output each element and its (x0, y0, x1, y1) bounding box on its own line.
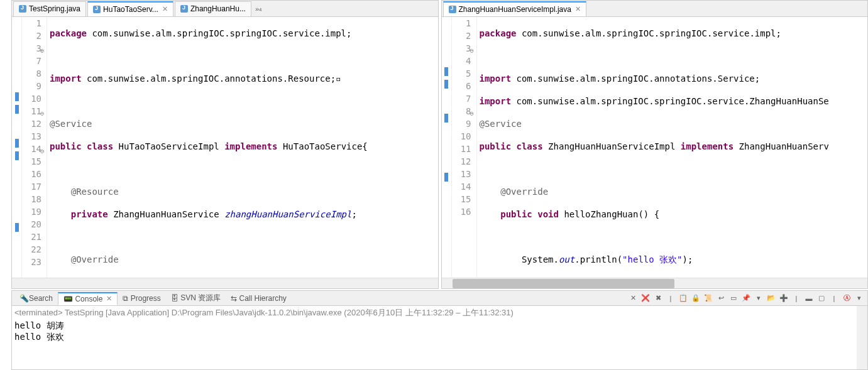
marker-bar (442, 17, 452, 278)
close-icon[interactable]: ✕ (575, 5, 581, 13)
marker-icon (444, 114, 448, 122)
tab-zhanghuanhu[interactable]: ZhangHuanHu... (175, 1, 251, 16)
left-tabs-bar: TestSpring.java HuTaoTaoServ... ✕ ZhangH… (12, 1, 438, 17)
new-console-icon[interactable]: ➕ (778, 293, 789, 304)
hierarchy-icon: ⇆ (231, 294, 237, 303)
console-status: <terminated> TestSpring [Java Applicatio… (12, 306, 857, 320)
display-selected-icon[interactable]: ▾ (753, 293, 764, 304)
marker-icon (15, 223, 19, 232)
svn-icon: 🗄 (171, 294, 179, 303)
line-number-gutter: 1 2 3⊕ 7 8 9 10 11⊖ 12 13 14⊖ 15 16 17 1… (22, 17, 47, 278)
marker-icon (15, 139, 19, 148)
fold-icon[interactable]: ⊖ (468, 107, 474, 114)
console-line: hello 胡涛 (14, 320, 854, 331)
tab-label: HuTaoTaoServ... (103, 5, 158, 14)
clear-icon[interactable]: ✕ (627, 293, 639, 304)
tab-label: TestSpring.java (29, 4, 80, 13)
progress-icon: ⧉ (123, 294, 128, 303)
more-tabs-indicator[interactable]: »4 (253, 5, 265, 13)
annotation-icon[interactable]: Ⓐ (841, 293, 852, 304)
tab-svn[interactable]: 🗄 SVN 资源库 (166, 291, 226, 305)
open-console-icon[interactable]: 📂 (766, 293, 777, 304)
tab-console[interactable]: 📟 Console ✕ (58, 292, 118, 305)
java-file-icon (449, 6, 456, 13)
tab-label: ZhangHuanHuanServiceImpl.java (459, 5, 571, 14)
tab-call-hierarchy[interactable]: ⇆ Call Hierarchy (226, 293, 292, 304)
horizontal-scrollbar[interactable] (442, 278, 868, 288)
right-editor-pane: ZhangHuanHuanServiceImpl.java ✕ 1 2 (441, 0, 869, 289)
lock-icon[interactable]: 🔒 (690, 293, 701, 304)
console-line: hello 张欢 (14, 331, 854, 342)
options-icon[interactable]: ▾ (854, 293, 865, 304)
tab-progress[interactable]: ⧉ Progress (118, 293, 165, 304)
close-icon[interactable]: ✕ (106, 295, 112, 303)
tab-testspring[interactable]: TestSpring.java (13, 1, 86, 16)
bottom-tabs-bar: 🔦 Search 📟 Console ✕ ⧉ Progress 🗄 SVN 资源… (12, 291, 867, 306)
code-content[interactable]: package com.sunwise.alm.springIOC.spring… (477, 17, 868, 278)
show-console-icon[interactable]: ▭ (728, 293, 739, 304)
marker-icon (15, 92, 19, 101)
fold-icon[interactable]: ⊖ (38, 107, 44, 114)
marker-icon (15, 151, 19, 160)
word-wrap-icon[interactable]: ↩ (715, 293, 727, 304)
remove-all-icon[interactable]: ❌ (640, 293, 651, 304)
java-file-icon (93, 6, 101, 13)
code-content[interactable]: package com.sunwise.alm.springIOC.spring… (47, 17, 438, 278)
right-code-area[interactable]: 1 2 3⊖ 4 5 6 7 8⊖ 9 10 11 12 13 14 15 16 (442, 17, 868, 278)
marker-icon (444, 67, 448, 76)
fold-icon[interactable]: ⊕ (38, 45, 44, 51)
marker-bar (12, 17, 22, 278)
vertical-scrollbar[interactable] (857, 306, 867, 369)
console-icon: 📟 (63, 295, 73, 303)
marker-icon (444, 80, 448, 89)
line-number-gutter: 1 2 3⊖ 4 5 6 7 8⊖ 9 10 11 12 13 14 15 16 (452, 17, 477, 278)
maximize-icon[interactable]: ▢ (816, 293, 827, 304)
fold-icon[interactable]: ⊖ (38, 145, 44, 151)
java-file-icon (180, 5, 188, 13)
console-output[interactable]: hello 胡涛 hello 张欢 (12, 320, 857, 369)
sep-icon: | (665, 293, 676, 304)
copy-icon[interactable]: 📋 (678, 293, 689, 304)
tab-zhanghuanhuanserviceimpl[interactable]: ZhangHuanHuanServiceImpl.java ✕ (443, 1, 586, 16)
sep-icon: | (791, 293, 802, 304)
minimize-icon[interactable]: ▬ (803, 293, 815, 304)
scroll-lock-icon[interactable]: 📜 (703, 293, 714, 304)
tab-hutaotaoservice[interactable]: HuTaoTaoServ... ✕ (87, 1, 173, 16)
fold-icon[interactable]: ⊖ (468, 45, 474, 51)
horizontal-scrollbar[interactable] (12, 278, 438, 288)
bottom-panel: 🔦 Search 📟 Console ✕ ⧉ Progress 🗄 SVN 资源… (11, 290, 868, 370)
sep-icon: | (828, 293, 840, 304)
editors-row: TestSpring.java HuTaoTaoServ... ✕ ZhangH… (0, 0, 868, 289)
tab-search[interactable]: 🔦 Search (14, 293, 58, 304)
marker-icon (444, 173, 448, 182)
left-code-area[interactable]: 1 2 3⊕ 7 8 9 10 11⊖ 12 13 14⊖ 15 16 17 1… (12, 17, 438, 278)
remove-launch-icon[interactable]: ✖ (652, 293, 664, 304)
close-icon[interactable]: ✕ (162, 5, 168, 13)
ide-workspace: TestSpring.java HuTaoTaoServ... ✕ ZhangH… (0, 0, 868, 370)
console-toolbar: ✕ ❌ ✖ | 📋 🔒 📜 ↩ ▭ 📌 ▾ 📂 ➕ | ▬ ▢ | Ⓐ ▾ (627, 293, 865, 304)
search-icon: 🔦 (19, 294, 29, 303)
marker-icon (15, 105, 19, 114)
right-tabs-bar: ZhangHuanHuanServiceImpl.java ✕ (442, 1, 868, 17)
left-editor-pane: TestSpring.java HuTaoTaoServ... ✕ ZhangH… (11, 0, 439, 289)
java-file-icon (19, 5, 26, 13)
console-body: <terminated> TestSpring [Java Applicatio… (12, 306, 867, 369)
pin-icon[interactable]: 📌 (740, 293, 752, 304)
tab-label: ZhangHuanHu... (190, 4, 246, 13)
